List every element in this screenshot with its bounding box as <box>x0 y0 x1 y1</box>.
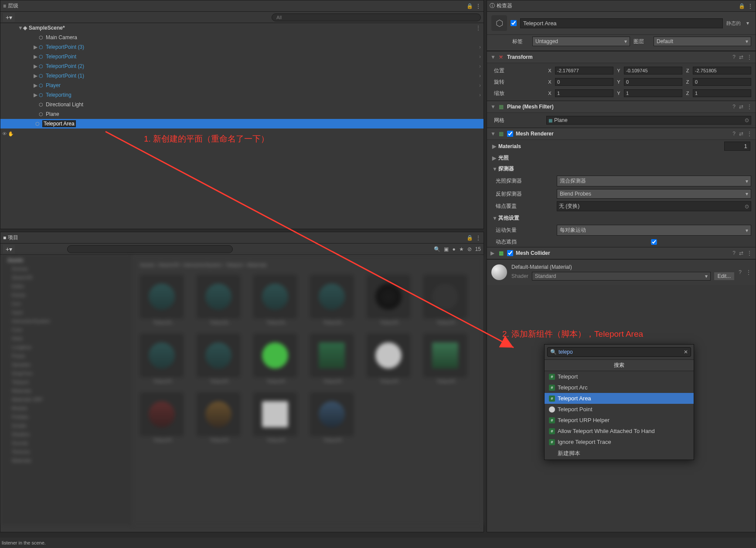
object-picker-icon[interactable]: ⊙ <box>745 117 749 123</box>
expand-icon[interactable]: ▶ <box>33 63 38 69</box>
eye-icon[interactable]: 👁 <box>2 131 7 137</box>
materials-count[interactable] <box>724 142 750 151</box>
reflprobes-dropdown[interactable]: Blend Probes▾ <box>557 189 751 199</box>
meshfilter-header[interactable]: ▼ ▦ Plane (Mesh Filter) ?⇄⋮ <box>487 101 756 113</box>
mesh-field[interactable]: ▦Plane⊙ <box>546 116 751 125</box>
project-search[interactable] <box>67 245 233 253</box>
edit-material-button[interactable]: Edit... <box>714 272 735 280</box>
expand-icon[interactable]: ▼ <box>490 104 495 110</box>
expand-icon[interactable]: ▼ <box>490 54 495 60</box>
add-asset-button[interactable]: +▾ <box>3 245 15 254</box>
breadcrumb[interactable]: Assets › SteamVR › InteractionSystem › T… <box>136 259 479 271</box>
hierarchy-item[interactable]: ▶⬡TeleportPoint (2)› <box>0 61 484 71</box>
preset-icon[interactable]: ⇄ <box>739 104 743 110</box>
help-icon[interactable]: ? <box>732 131 736 137</box>
hierarchy-item[interactable]: ⬡Plane <box>0 109 484 119</box>
expand-icon[interactable]: ▼ <box>18 25 23 31</box>
layer-dropdown[interactable]: Default▾ <box>654 37 751 46</box>
hierarchy-item[interactable]: ▶⬡Player› <box>0 81 484 90</box>
pos-z[interactable] <box>693 67 751 74</box>
additional-foldout[interactable]: ▼其他设置 <box>487 213 756 223</box>
project-grid[interactable]: Assets › SteamVR › InteractionSystem › T… <box>131 255 484 525</box>
menu-icon[interactable]: ⋮ <box>747 250 752 256</box>
materials-foldout[interactable]: ▶Materials <box>487 140 756 152</box>
expand-icon[interactable]: ▶ <box>33 92 38 98</box>
menu-icon[interactable]: ⋮ <box>746 269 751 275</box>
search-icon[interactable]: 🔍 <box>434 246 440 252</box>
component-item[interactable]: #Teleport Area <box>545 393 694 404</box>
preset-icon[interactable]: ⇄ <box>739 131 743 137</box>
component-search-input[interactable] <box>558 349 682 355</box>
lock-icon[interactable]: 🔒 <box>739 3 745 9</box>
more-icon[interactable]: ⋮ <box>476 25 481 31</box>
scale-x[interactable] <box>555 89 613 97</box>
probes-foldout[interactable]: ▼探测器 <box>487 163 756 174</box>
shader-dropdown[interactable]: Standard▾ <box>532 272 711 281</box>
object-picker-icon[interactable]: ⊙ <box>745 203 749 210</box>
component-item[interactable]: #Allow Teleport While Attached To Hand <box>545 426 694 436</box>
filter-icon[interactable]: ▣ <box>444 246 449 252</box>
chevron-icon[interactable]: › <box>479 82 481 88</box>
transform-header[interactable]: ▼ ⤧ Transform ?⇄⋮ <box>487 51 756 63</box>
menu-icon[interactable]: ⋮ <box>747 104 752 110</box>
component-item[interactable]: #Ignore Teleport Trace <box>545 436 694 447</box>
expand-icon[interactable]: ▶ <box>490 250 495 256</box>
component-search[interactable]: 🔍 ✕ <box>547 347 691 357</box>
help-icon[interactable]: ? <box>739 269 742 275</box>
motion-dropdown[interactable]: 每对象运动▾ <box>557 225 751 236</box>
tag-dropdown[interactable]: Untagged▾ <box>532 37 630 46</box>
hierarchy-item[interactable]: ⬡Directional Light <box>0 100 484 109</box>
hierarchy-item[interactable]: ▶⬡TeleportPoint (1)› <box>0 71 484 81</box>
help-icon[interactable]: ? <box>732 54 736 60</box>
menu-icon[interactable]: ⋮ <box>476 235 481 241</box>
clear-icon[interactable]: ✕ <box>684 349 688 355</box>
pos-x[interactable] <box>555 67 613 74</box>
hidden-icon[interactable]: ⊘ <box>467 246 472 252</box>
scale-z[interactable] <box>693 89 751 97</box>
menu-icon[interactable]: ⋮ <box>747 131 752 137</box>
component-item[interactable]: Teleport Point <box>545 404 694 415</box>
hierarchy-item[interactable]: ▶⬡Teleporting› <box>0 90 484 100</box>
pos-y[interactable] <box>624 67 682 74</box>
meshcollider-header[interactable]: ▶ ▦ Mesh Collider ?⇄⋮ <box>487 247 756 259</box>
meshcollider-enable[interactable] <box>507 250 513 256</box>
new-script-item[interactable]: 新建脚本 <box>545 447 694 460</box>
label-icon[interactable]: ● <box>452 246 455 252</box>
scale-y[interactable] <box>624 89 682 97</box>
chevron-icon[interactable]: › <box>479 92 481 98</box>
chevron-icon[interactable]: › <box>479 73 481 79</box>
lightprobes-dropdown[interactable]: 混合探测器▾ <box>557 176 751 186</box>
fav-icon[interactable]: ★ <box>459 246 464 252</box>
component-item[interactable]: #Teleport URP Helper <box>545 415 694 426</box>
menu-icon[interactable]: ⋮ <box>747 54 752 60</box>
hierarchy-item[interactable]: ▶⬡TeleportPoint (3)› <box>0 42 484 52</box>
component-item[interactable]: #Teleport Arc <box>545 382 694 393</box>
hierarchy-item[interactable]: ⬡Main Camera <box>0 33 484 42</box>
hierarchy-item[interactable]: ▶⬡TeleportPoint› <box>0 52 484 61</box>
expand-icon[interactable]: ▼ <box>490 131 495 137</box>
expand-icon[interactable]: ▶ <box>33 44 38 50</box>
lock-icon[interactable]: 🔒 <box>467 235 473 241</box>
expand-icon[interactable]: ▶ <box>33 73 38 79</box>
hierarchy-item-selected[interactable]: ⬡ Teleport Area <box>0 119 484 129</box>
menu-icon[interactable]: ⋮ <box>476 3 481 9</box>
object-name-field[interactable] <box>520 18 723 28</box>
meshrenderer-enable[interactable] <box>507 131 513 137</box>
rot-z[interactable] <box>693 78 751 86</box>
hand-icon[interactable]: ✋ <box>8 131 14 137</box>
add-object-button[interactable]: +▾ <box>3 13 15 22</box>
active-checkbox[interactable] <box>511 20 517 26</box>
preset-icon[interactable]: ⇄ <box>739 54 743 60</box>
anchor-field[interactable]: 无 (变换)⊙ <box>557 201 751 211</box>
help-icon[interactable]: ? <box>732 104 736 110</box>
preset-icon[interactable]: ⇄ <box>739 250 743 256</box>
hierarchy-search[interactable] <box>272 14 481 21</box>
rot-x[interactable] <box>555 78 613 86</box>
dynocc-checkbox[interactable] <box>557 239 751 245</box>
chevron-icon[interactable]: › <box>479 44 481 50</box>
project-tree[interactable]: Assets ScenesSteamVREditorExtrasIconInpu… <box>0 255 131 525</box>
meshrenderer-header[interactable]: ▼ ▦ Mesh Renderer ?⇄⋮ <box>487 128 756 140</box>
expand-icon[interactable]: ▶ <box>33 54 38 60</box>
menu-icon[interactable]: ⋮ <box>748 3 753 9</box>
static-dropdown[interactable]: ▾ <box>744 20 751 26</box>
